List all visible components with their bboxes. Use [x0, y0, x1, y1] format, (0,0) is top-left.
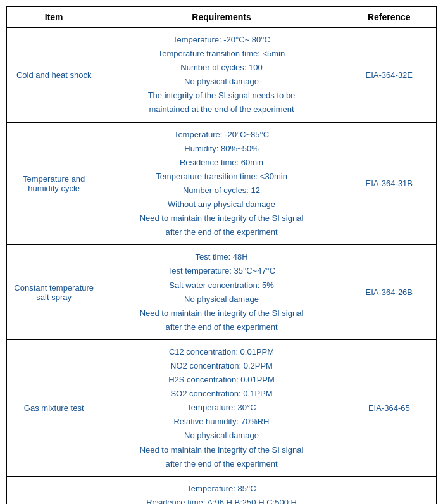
reference-cell-4: EIA-364-17B	[342, 476, 436, 504]
header-reference: Reference	[342, 7, 436, 28]
table-row: Cold and heat shockTemperature: -20°C~ 8…	[7, 28, 437, 123]
requirement-line: Need to maintain the integrity of the SI…	[108, 306, 335, 320]
requirement-line: No physical damage	[108, 429, 335, 443]
requirement-line: after the end of the experiment	[108, 225, 335, 239]
requirement-line: maintained at the end of the experiment	[108, 103, 335, 117]
header-item: Item	[7, 7, 101, 28]
reference-cell-3: EIA-364-65	[342, 339, 436, 476]
requirements-cell-2: Test time: 48HTest temperature: 35°C~47°…	[101, 245, 342, 340]
table-row: Gas mixture testC12 concentration: 0.01P…	[7, 339, 437, 476]
requirement-line: Temperature: 30°C	[108, 401, 335, 415]
requirements-cell-1: Temperature: -20°C~85°CHumidity: 80%~50%…	[101, 122, 342, 245]
requirements-table: Item Requirements Reference Cold and hea…	[6, 6, 437, 504]
header-requirements: Requirements	[101, 7, 342, 28]
requirement-line: Test time: 48H	[108, 250, 335, 264]
reference-cell-2: EIA-364-26B	[342, 245, 436, 340]
table-row: Temperature and humidity cycleTemperatur…	[7, 122, 437, 245]
item-cell-0: Cold and heat shock	[7, 28, 101, 123]
item-cell-3: Gas mixture test	[7, 339, 101, 476]
requirement-line: after the end of the experiment	[108, 457, 335, 471]
table-row: Constant temperature salt sprayTest time…	[7, 245, 437, 340]
requirement-line: Temperature: -20°C~ 80°C	[108, 33, 335, 47]
requirement-line: H2S concentration: 0.01PPM	[108, 373, 335, 387]
item-cell-1: Temperature and humidity cycle	[7, 122, 101, 245]
requirement-line: Temperature transition time: <30min	[108, 170, 335, 184]
requirement-line: Humidity: 80%~50%	[108, 142, 335, 156]
requirement-line: Temperature: -20°C~85°C	[108, 128, 335, 142]
requirements-cell-4: Temperature: 85°CResidence time: A:96 H …	[101, 476, 342, 504]
requirement-line: Test temperature: 35°C~47°C	[108, 264, 335, 278]
requirement-line: NO2 concentration: 0.2PPM	[108, 359, 335, 373]
main-table-container: Item Requirements Reference Cold and hea…	[6, 6, 437, 504]
requirement-line: SO2 concentration: 0.1PPM	[108, 387, 335, 401]
requirements-cell-3: C12 concentration: 0.01PPMNO2 concentrat…	[101, 339, 342, 476]
requirement-line: Number of cycles: 12	[108, 184, 335, 198]
requirement-line: Need to maintain the integrity of the SI…	[108, 211, 335, 225]
requirement-line: Residence time: A:96 H B:250 H C:500 H	[108, 496, 335, 504]
requirement-line: Temperature: 85°C	[108, 482, 335, 496]
reference-cell-0: EIA-364-32E	[342, 28, 436, 123]
requirement-line: The integrity of the SI signal needs to …	[108, 89, 335, 103]
item-cell-2: Constant temperature salt spray	[7, 245, 101, 340]
table-header-row: Item Requirements Reference	[7, 7, 437, 28]
item-cell-4: Temperature life	[7, 476, 101, 504]
requirement-line: Number of cycles: 100	[108, 61, 335, 75]
requirement-line: Temperature transition time: <5min	[108, 47, 335, 61]
requirement-line: No physical damage	[108, 293, 335, 306]
requirement-line: Residence time: 60min	[108, 156, 335, 170]
requirement-line: Salt water concentration: 5%	[108, 279, 335, 293]
requirement-line: Need to maintain the integrity of the SI…	[108, 443, 335, 457]
requirement-line: Relative humidity: 70%RH	[108, 415, 335, 429]
requirement-line: C12 concentration: 0.01PPM	[108, 345, 335, 359]
requirement-line: No physical damage	[108, 75, 335, 89]
reference-cell-1: EIA-364-31B	[342, 122, 436, 245]
requirement-line: after the end of the experiment	[108, 320, 335, 334]
requirements-cell-0: Temperature: -20°C~ 80°CTemperature tran…	[101, 28, 342, 123]
requirement-line: Without any physical damage	[108, 198, 335, 211]
table-row: Temperature lifeTemperature: 85°CResiden…	[7, 476, 437, 504]
